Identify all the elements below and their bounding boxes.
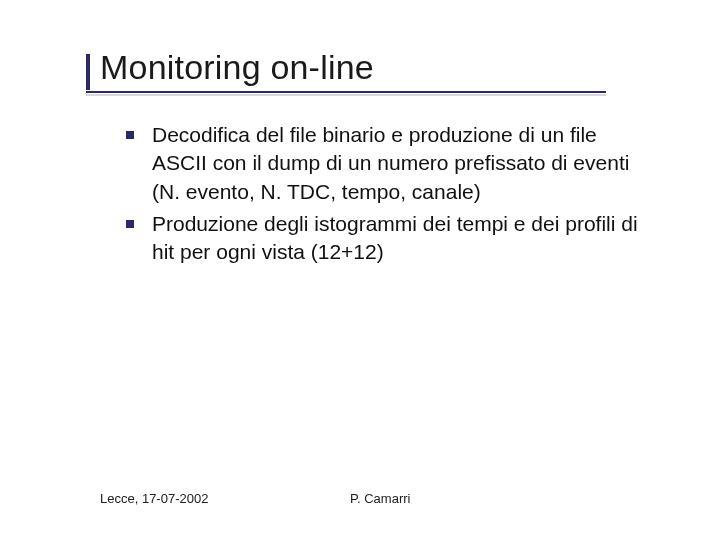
title-accent-bar: [86, 54, 90, 90]
footer-location-date: Lecce, 17-07-2002: [100, 491, 350, 506]
square-bullet-icon: [126, 220, 134, 228]
title-underline: [86, 91, 606, 93]
list-item: Decodifica del file binario e produzione…: [126, 121, 650, 206]
title-block: Monitoring on-line: [100, 48, 660, 93]
slide-title: Monitoring on-line: [100, 48, 660, 87]
bullet-text: Decodifica del file binario e produzione…: [152, 121, 650, 206]
slide: Monitoring on-line Decodifica del file b…: [0, 0, 720, 540]
square-bullet-icon: [126, 131, 134, 139]
footer: Lecce, 17-07-2002 P. Camarri: [100, 491, 660, 506]
bullet-text: Produzione degli istogrammi dei tempi e …: [152, 210, 650, 267]
content-area: Decodifica del file binario e produzione…: [126, 121, 650, 267]
footer-author: P. Camarri: [350, 491, 550, 506]
list-item: Produzione degli istogrammi dei tempi e …: [126, 210, 650, 267]
